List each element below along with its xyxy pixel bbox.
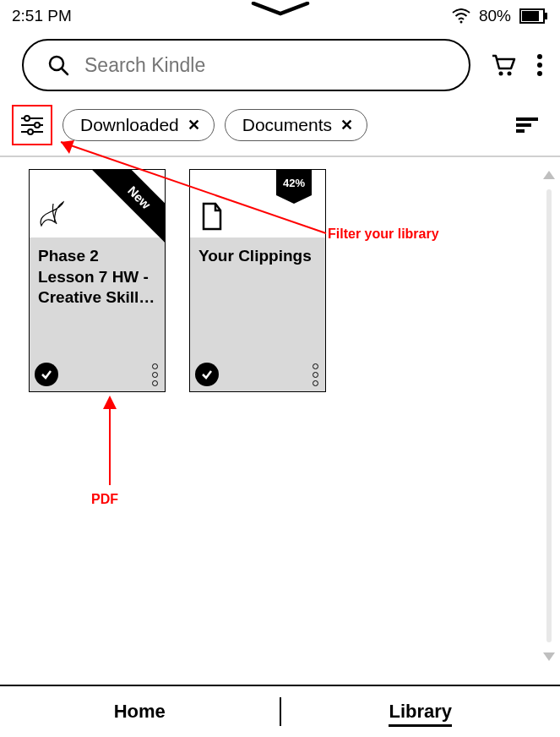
document-icon [200,202,224,231]
scroll-down-arrow[interactable] [541,651,557,663]
svg-point-10 [537,71,542,76]
cart-button[interactable] [491,53,516,77]
svg-rect-3 [522,11,539,21]
book-card[interactable]: 42% Your Clippings [189,169,326,392]
book-options-button[interactable] [152,363,158,386]
new-badge: New [88,169,166,249]
svg-point-6 [499,72,503,76]
pdf-icon [36,199,68,231]
annotation-arrow [95,392,128,494]
battery-percent: 80% [479,7,511,25]
svg-marker-23 [103,396,117,409]
scroll-up-arrow[interactable] [541,169,557,181]
nav-library[interactable]: Library [281,701,561,723]
nav-home-label: Home [114,701,166,722]
svg-point-12 [24,116,30,121]
svg-point-14 [35,123,40,128]
filter-row: Downloaded ✕ Documents ✕ [0,100,560,154]
svg-line-5 [62,68,68,74]
svg-point-8 [537,54,542,59]
downloaded-check-icon [195,363,219,386]
annotation-filter-label: Filter your library [328,227,439,242]
svg-point-9 [537,63,542,68]
cart-icon [491,53,516,77]
battery-icon [519,8,548,24]
filter-chip-downloaded[interactable]: Downloaded ✕ [63,109,215,141]
library-area: New Phase 2 Lesson 7 HW - Creative Skill… [0,157,560,674]
nav-library-label: Library [389,701,452,727]
scroll-track[interactable] [546,189,552,642]
sort-button[interactable] [514,116,543,134]
kebab-icon [536,53,543,77]
nav-home[interactable]: Home [0,701,280,723]
book-title: Phase 2 Lesson 7 HW - Creative Skill… [30,237,165,317]
book-card[interactable]: New Phase 2 Lesson 7 HW - Creative Skill… [29,169,166,392]
chip-label: Documents [242,115,332,135]
filter-button[interactable] [12,105,52,145]
progress-badge: 42% [276,170,312,195]
search-icon [47,54,69,76]
svg-point-16 [28,129,33,134]
search-box[interactable] [22,39,470,91]
close-icon: ✕ [188,116,200,134]
search-input[interactable] [84,54,445,77]
filter-icon [19,114,45,136]
more-menu-button[interactable] [536,53,543,77]
clock: 2:51 PM [12,7,72,25]
svg-rect-2 [545,13,547,19]
bottom-nav: Home Library [0,685,560,737]
book-title: Your Clippings [190,237,325,276]
swipe-handle-icon[interactable] [250,2,311,19]
close-icon: ✕ [340,116,353,134]
svg-point-7 [508,72,512,76]
wifi-icon [452,8,470,24]
chip-label: Downloaded [80,115,179,135]
annotation-pdf-label: PDF [91,492,118,507]
downloaded-check-icon [35,363,58,386]
book-grid: New Phase 2 Lesson 7 HW - Creative Skill… [29,169,531,392]
svg-point-0 [459,21,462,24]
search-row [0,29,560,100]
book-options-button[interactable] [313,363,318,386]
filter-chip-documents[interactable]: Documents ✕ [225,109,367,141]
sort-icon [514,116,540,134]
